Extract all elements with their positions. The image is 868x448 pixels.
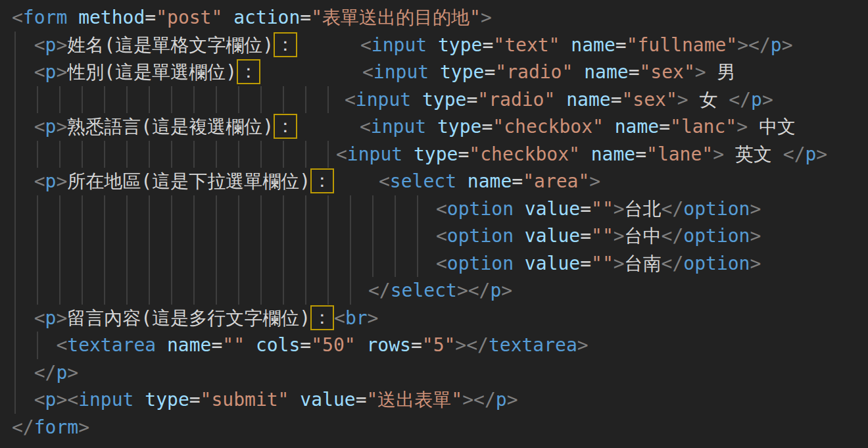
indent-guide <box>14 222 16 250</box>
indent-guide <box>37 141 38 168</box>
indent-guide <box>193 277 195 305</box>
operator-token: = <box>481 116 493 137</box>
indent-guide <box>395 222 396 250</box>
code-line[interactable]: <input type="checkbox" name="lane"> 英文 <… <box>12 141 868 168</box>
tag-token: textarea <box>489 334 577 356</box>
indent-guide <box>216 195 217 223</box>
indent-guide <box>216 222 217 250</box>
indent-guide <box>193 250 195 278</box>
indent-guide <box>216 141 217 168</box>
indent-guide <box>82 141 83 168</box>
value-token: "" <box>222 334 245 356</box>
indent-guide <box>350 222 351 250</box>
indent-guide <box>14 32 16 59</box>
value-token: "送出表單" <box>366 389 462 411</box>
code-line[interactable]: </form> <box>12 414 868 441</box>
code-line[interactable]: <option value="">台南</option> <box>12 250 868 278</box>
code-line-continuation: <select name="area"> <box>379 168 600 195</box>
punctuation-token: > <box>589 170 600 192</box>
indent-guide <box>372 222 374 250</box>
indent-guide <box>104 86 105 114</box>
indent-guide <box>260 141 262 168</box>
value-token: "radio" <box>477 89 555 111</box>
code-line[interactable]: <input type="radio" name="sex"> 女 </p> <box>12 86 868 114</box>
tag-token: p <box>45 116 57 137</box>
unicode-highlight-box: ： <box>310 168 334 193</box>
code-line[interactable]: </select></p> <box>12 277 868 305</box>
indent-guide <box>238 250 239 278</box>
indent-guide <box>171 141 172 168</box>
code-line[interactable]: <p>熟悉語言(這是複選欄位)：<input type="checkbox" n… <box>12 113 868 141</box>
indent-guide <box>260 277 262 305</box>
indent-guide <box>193 86 195 114</box>
indent-guide <box>305 222 306 250</box>
attribute-token: name <box>604 116 659 137</box>
code-line[interactable]: </p> <box>12 359 868 387</box>
punctuation-token: </ <box>12 416 34 438</box>
indent-guide <box>59 277 60 305</box>
operator-token: = <box>356 389 367 411</box>
operator-token: = <box>512 170 523 192</box>
value-token: "sex" <box>639 61 694 83</box>
code-line-continuation: <option value="">台中</option> <box>436 222 761 250</box>
attribute-token: type <box>133 389 189 411</box>
indent-guide <box>37 86 38 114</box>
attribute-token: name <box>555 89 610 111</box>
code-line[interactable]: <form method="post" action="表單送出的目的地"> <box>12 4 868 32</box>
indent-guide <box>126 86 128 114</box>
value-token: "表單送出的目的地" <box>311 7 481 28</box>
unicode-highlight-box: ： <box>310 305 334 330</box>
value-token: "fullname" <box>627 34 738 56</box>
indent-guide <box>14 141 16 168</box>
attribute-token: method <box>67 7 145 28</box>
punctuation-token: < <box>362 61 374 83</box>
tag-token: option <box>447 253 514 274</box>
indent-guide <box>14 168 16 195</box>
code-line[interactable]: <option value="">台中</option> <box>12 222 868 250</box>
unicode-highlight-box: ： <box>274 32 297 57</box>
code-line[interactable]: <p><input type="submit" value="送出表單"></p… <box>12 386 868 414</box>
attribute-token: type <box>426 116 481 137</box>
tag-token: input <box>374 61 429 83</box>
value-token: "checkbox" <box>493 116 604 137</box>
indent-guide <box>149 222 150 250</box>
code-line-continuation: </select></p> <box>368 277 512 305</box>
attribute-token: name <box>580 143 635 165</box>
indent-guide <box>260 222 262 250</box>
text-token: 所在地區(這是下拉選單欄位) <box>67 170 310 192</box>
code-line[interactable]: <p>姓名(這是單格文字欄位)：<input type="text" name=… <box>12 32 868 59</box>
indent-guide <box>149 250 150 278</box>
value-token: "radio" <box>495 61 573 83</box>
punctuation-token: > <box>577 334 589 356</box>
code-line-continuation: <input type="checkbox" name="lane"> 英文 <… <box>336 141 827 168</box>
indent-guide <box>238 141 239 168</box>
value-token: "checkbox" <box>469 143 580 165</box>
tag-token: textarea <box>67 334 156 356</box>
attribute-token: type <box>429 61 484 83</box>
code-line[interactable]: <p>性別(這是單選欄位)：<input type="radio" name="… <box>12 59 868 86</box>
attribute-token: type <box>402 143 458 165</box>
punctuation-token: < <box>34 389 45 411</box>
tag-token: select <box>390 170 456 192</box>
attribute-token: name <box>560 34 615 56</box>
punctuation-token: > <box>56 34 67 56</box>
indent-guide <box>14 359 16 387</box>
tag-token: form <box>23 7 67 28</box>
operator-token: = <box>484 61 495 83</box>
code-line[interactable]: <p>所在地區(這是下拉選單欄位)：<select name="area"> <box>12 168 868 195</box>
punctuation-token: < <box>34 170 45 192</box>
text-token: 台中 <box>625 225 662 247</box>
tag-token: p <box>771 34 782 56</box>
indent-guide <box>350 277 351 305</box>
code-line[interactable]: <option value="">台北</option> <box>12 195 868 223</box>
code-line[interactable]: <p>留言內容(這是多行文字欄位)：<br> <box>12 305 868 332</box>
value-token: "area" <box>523 170 589 192</box>
indent-guide <box>171 222 172 250</box>
code-line[interactable]: <textarea name="" cols="50" rows="5"></t… <box>12 332 868 359</box>
punctuation-token: ></ <box>455 334 489 356</box>
code-editor[interactable]: <form method="post" action="表單送出的目的地"> <… <box>0 0 868 448</box>
indent-guide <box>126 222 128 250</box>
indent-guide <box>193 195 195 223</box>
punctuation-token: > <box>695 61 706 83</box>
indent-guide <box>59 222 60 250</box>
